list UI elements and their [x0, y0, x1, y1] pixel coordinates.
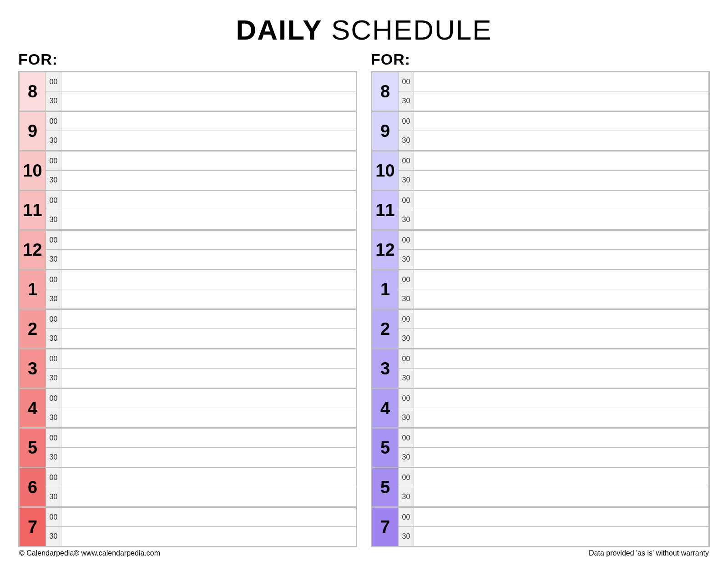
entry-cell[interactable] [414, 250, 708, 269]
entry-column [61, 270, 356, 308]
minute-label: 30 [399, 171, 414, 190]
entry-cell[interactable] [61, 171, 356, 190]
minute-label: 00 [399, 310, 414, 329]
entry-cell[interactable] [61, 329, 356, 348]
entry-cell[interactable] [414, 389, 708, 408]
entry-cell[interactable] [414, 112, 708, 131]
hour-block: 20030 [20, 310, 356, 349]
entry-cell[interactable] [414, 310, 708, 329]
hour-block: 30030 [20, 349, 356, 389]
minute-column: 0030 [46, 508, 61, 546]
entry-cell[interactable] [61, 72, 356, 91]
entry-cell[interactable] [61, 112, 356, 131]
hour-block: 100030 [372, 152, 708, 191]
hour-block: 70030 [20, 508, 356, 547]
entry-cell[interactable] [414, 72, 708, 91]
entry-cell[interactable] [61, 231, 356, 250]
left-column: FOR: 80030900301000301100301200301003020… [18, 51, 357, 547]
minute-column: 0030 [399, 231, 414, 269]
minute-label: 30 [46, 448, 61, 467]
entry-cell[interactable] [414, 429, 708, 448]
hour-label: 2 [20, 310, 46, 348]
minute-label: 30 [399, 448, 414, 467]
hour-block: 70030 [372, 508, 708, 547]
entry-cell[interactable] [414, 131, 708, 150]
entry-cell[interactable] [414, 508, 708, 527]
entry-column [414, 231, 708, 269]
hour-block: 30030 [372, 349, 708, 389]
entry-cell[interactable] [61, 429, 356, 448]
entry-cell[interactable] [414, 448, 708, 467]
entry-cell[interactable] [61, 487, 356, 506]
hour-block: 110030 [20, 191, 356, 231]
footer-right: Data provided 'as is' without warranty [589, 549, 709, 557]
entry-cell[interactable] [61, 250, 356, 269]
hour-block: 80030 [20, 72, 356, 112]
entry-column [414, 349, 708, 388]
entry-cell[interactable] [61, 191, 356, 210]
minute-label: 30 [399, 131, 414, 150]
entry-column [414, 112, 708, 150]
minute-label: 30 [46, 487, 61, 506]
entry-column [414, 152, 708, 190]
hour-block: 20030 [372, 310, 708, 349]
entry-cell[interactable] [61, 389, 356, 408]
hour-block: 90030 [20, 112, 356, 152]
minute-column: 0030 [399, 152, 414, 190]
entry-cell[interactable] [414, 191, 708, 210]
hour-label: 12 [372, 231, 399, 269]
entry-cell[interactable] [61, 369, 356, 388]
entry-column [61, 231, 356, 269]
entry-cell[interactable] [61, 448, 356, 467]
entry-cell[interactable] [414, 171, 708, 190]
entry-cell[interactable] [414, 91, 708, 111]
hour-block: 50030 [20, 429, 356, 468]
entry-cell[interactable] [414, 408, 708, 427]
entry-cell[interactable] [414, 270, 708, 289]
entry-cell[interactable] [61, 289, 356, 308]
entry-cell[interactable] [414, 369, 708, 388]
entry-cell[interactable] [61, 91, 356, 111]
hour-label: 11 [372, 191, 399, 229]
entry-cell[interactable] [414, 289, 708, 308]
minute-label: 30 [46, 527, 61, 546]
entry-cell[interactable] [61, 310, 356, 329]
minute-column: 0030 [399, 310, 414, 348]
minute-label: 00 [399, 508, 414, 527]
minute-label: 30 [399, 487, 414, 506]
entry-cell[interactable] [61, 508, 356, 527]
minute-label: 30 [46, 408, 61, 427]
entry-cell[interactable] [61, 152, 356, 171]
minute-label: 30 [399, 289, 414, 308]
minute-column: 0030 [399, 389, 414, 427]
entry-cell[interactable] [61, 408, 356, 427]
minute-column: 0030 [399, 508, 414, 546]
entry-cell[interactable] [61, 131, 356, 150]
minute-column: 0030 [46, 270, 61, 308]
entry-cell[interactable] [414, 487, 708, 506]
hour-block: 40030 [20, 389, 356, 429]
entry-cell[interactable] [414, 329, 708, 348]
hour-label: 9 [20, 112, 46, 150]
minute-label: 00 [399, 72, 414, 91]
hour-block: 50030 [372, 468, 708, 508]
minute-label: 00 [399, 112, 414, 131]
hour-label: 5 [372, 429, 399, 467]
entry-cell[interactable] [61, 210, 356, 229]
entry-cell[interactable] [414, 152, 708, 171]
entry-cell[interactable] [414, 527, 708, 546]
minute-column: 0030 [46, 112, 61, 150]
entry-cell[interactable] [61, 270, 356, 289]
entry-cell[interactable] [414, 231, 708, 250]
right-grid: 8003090030100030110030120030100302003030… [371, 71, 710, 547]
minute-label: 00 [399, 429, 414, 448]
entry-cell[interactable] [414, 468, 708, 487]
entry-cell[interactable] [61, 527, 356, 546]
hour-label: 5 [372, 468, 399, 506]
entry-cell[interactable] [414, 210, 708, 229]
entry-cell[interactable] [61, 468, 356, 487]
hour-label: 10 [20, 152, 46, 190]
entry-cell[interactable] [61, 349, 356, 369]
minute-column: 0030 [399, 72, 414, 111]
entry-cell[interactable] [414, 349, 708, 369]
